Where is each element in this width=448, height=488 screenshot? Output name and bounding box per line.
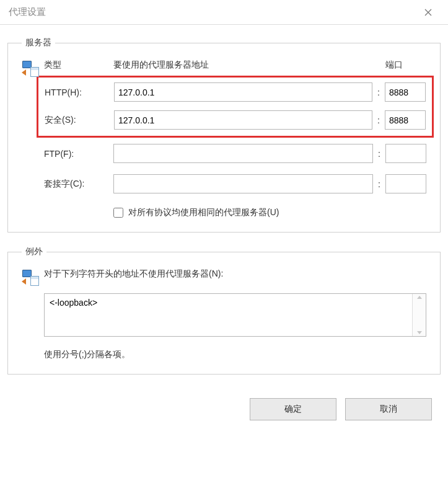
socks-row: 套接字(C): : [44, 174, 426, 193]
same-proxy-row: 对所有协议均使用相同的代理服务器(U) [44, 207, 426, 218]
exceptions-legend: 例外 [22, 246, 46, 257]
highlight-box: HTTP(H): : 安全(S): : [37, 76, 434, 138]
exceptions-icon-wrap [22, 268, 44, 360]
servers-fieldset: 服务器 类型 要使用的代理服务器地址 端口 HTTP(H): [7, 37, 441, 233]
close-icon [424, 9, 432, 16]
socks-label: 套接字(C): [44, 179, 113, 190]
exceptions-label: 对于下列字符开头的地址不使用代理服务器(N): [44, 268, 426, 280]
ftp-port-input[interactable] [385, 144, 426, 163]
content: 服务器 类型 要使用的代理服务器地址 端口 HTTP(H): [0, 25, 448, 420]
socks-port-input[interactable] [385, 174, 426, 193]
http-sep: : [372, 87, 385, 97]
secure-port-input[interactable] [385, 110, 426, 130]
secure-row: 安全(S): : [45, 110, 426, 130]
proxy-icon [22, 61, 39, 77]
exceptions-textarea-wrap [44, 293, 426, 337]
http-row: HTTP(H): : [45, 82, 426, 102]
exceptions-hint: 使用分号(;)分隔各项。 [44, 349, 426, 360]
window-title: 代理设置 [9, 6, 46, 18]
column-headers: 类型 要使用的代理服务器地址 端口 [44, 60, 426, 71]
proxy-icon [22, 270, 39, 286]
titlebar: 代理设置 [0, 0, 448, 25]
scroll-down-icon [417, 331, 422, 334]
http-label: HTTP(H): [45, 87, 114, 97]
socks-sep: : [373, 179, 385, 189]
secure-label: 安全(S): [45, 115, 114, 126]
ftp-label: FTP(F): [44, 149, 113, 159]
exceptions-fieldset: 例外 对于下列字符开头的地址不使用代理服务器(N): 使用分 [7, 246, 441, 375]
close-button[interactable] [416, 1, 441, 24]
scrollbar[interactable] [412, 294, 426, 336]
ftp-sep: : [373, 149, 385, 159]
ok-button[interactable]: 确定 [250, 398, 336, 420]
header-port: 端口 [385, 60, 426, 71]
http-port-input[interactable] [385, 82, 426, 102]
header-type: 类型 [44, 60, 113, 71]
http-address-input[interactable] [114, 82, 372, 102]
header-address: 要使用的代理服务器地址 [113, 60, 373, 71]
servers-legend: 服务器 [22, 37, 55, 48]
exceptions-textarea[interactable] [45, 294, 412, 336]
secure-sep: : [372, 115, 385, 125]
ftp-address-input[interactable] [113, 144, 373, 163]
socks-address-input[interactable] [113, 174, 373, 193]
scroll-up-icon [417, 296, 422, 299]
same-proxy-label[interactable]: 对所有协议均使用相同的代理服务器(U) [128, 207, 279, 218]
secure-address-input[interactable] [114, 110, 372, 130]
same-proxy-checkbox[interactable] [113, 208, 123, 218]
button-bar: 确定 取消 [7, 388, 441, 420]
cancel-button[interactable]: 取消 [345, 398, 432, 420]
ftp-row: FTP(F): : [44, 144, 426, 163]
